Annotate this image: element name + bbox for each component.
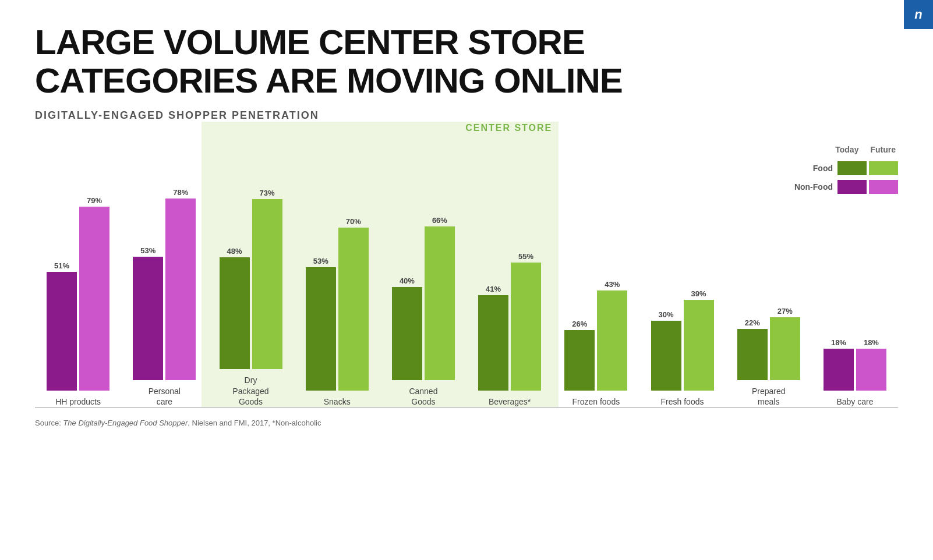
bar-7-1 <box>684 300 714 391</box>
bar-value-label-3-1: 70% <box>346 217 361 226</box>
bar-1-1 <box>165 199 196 380</box>
legend-food-future-swatch <box>869 161 898 175</box>
main-title: LARGE VOLUME CENTER STORECATEGORIES ARE … <box>35 23 898 100</box>
group-label-3: Snacks <box>324 396 351 407</box>
bar-value-label-6-0: 26% <box>572 320 587 328</box>
chart-wrapper: CENTER STORE 51%79%HH products53%78%Pers… <box>35 139 898 427</box>
bar-8-0 <box>737 329 768 380</box>
bar-group-5: 41%55%Beverages* <box>466 252 553 407</box>
subtitle: DIGITALLY-ENGAGED SHOPPER PENETRATION <box>35 109 898 122</box>
bar-value-label-5-0: 41% <box>486 285 501 293</box>
group-label-0: HH products <box>55 396 101 407</box>
bars-0: 51%79% <box>47 196 109 391</box>
legend-food-colors <box>837 161 898 175</box>
bar-wrap-7-1: 39% <box>684 289 714 391</box>
bar-wrap-9-0: 18% <box>824 338 854 391</box>
bar-wrap-6-1: 43% <box>597 280 627 391</box>
legend-header: Today Future <box>782 145 898 154</box>
source-text: Source: The Digitally-Engaged Food Shopp… <box>35 419 898 427</box>
bars-4: 40%66% <box>392 216 455 380</box>
bars-1: 53%78% <box>133 188 196 380</box>
bar-value-label-9-1: 18% <box>864 338 879 347</box>
bar-7-0 <box>651 321 681 391</box>
bar-value-label-8-1: 27% <box>778 307 793 316</box>
group-label-1: Personal care <box>149 386 181 407</box>
group-label-5: Beverages* <box>489 396 531 407</box>
bar-9-0 <box>824 349 854 391</box>
bar-group-6: 26%43%Frozen foods <box>553 280 639 407</box>
bar-value-label-6-1: 43% <box>605 280 620 289</box>
bar-wrap-9-1: 18% <box>856 338 886 391</box>
legend-today-label: Today <box>835 145 858 154</box>
bar-0-0 <box>47 272 77 391</box>
bar-6-1 <box>597 290 627 391</box>
bar-value-label-7-0: 30% <box>659 310 674 319</box>
bar-wrap-5-1: 55% <box>511 252 541 391</box>
group-label-9: Baby care <box>836 396 873 407</box>
bar-group-9: 18%18%Baby care <box>812 338 898 407</box>
bar-wrap-0-1: 79% <box>79 196 109 391</box>
bar-value-label-0-0: 51% <box>54 261 69 270</box>
bars-5: 41%55% <box>478 252 541 391</box>
bars-9: 18%18% <box>824 338 886 391</box>
bar-value-label-5-1: 55% <box>518 252 533 261</box>
legend-food-label: Food <box>792 164 833 173</box>
legend-box: Today Future Food Non-Food <box>782 145 898 194</box>
legend-food-today-swatch <box>837 161 867 175</box>
bar-wrap-1-0: 53% <box>133 246 163 380</box>
bar-value-label-2-1: 73% <box>259 189 274 197</box>
group-label-4: Canned Goods <box>409 386 437 407</box>
bar-wrap-8-1: 27% <box>770 307 800 380</box>
bars-3: 53%70% <box>306 217 369 391</box>
bar-group-7: 30%39%Fresh foods <box>639 289 725 407</box>
bar-6-0 <box>564 330 595 391</box>
group-label-8: Prepared meals <box>752 386 786 407</box>
page-container: n LARGE VOLUME CENTER STORECATEGORIES AR… <box>0 0 933 445</box>
bar-group-1: 53%78%Personal care <box>121 188 207 407</box>
bar-3-1 <box>338 228 369 391</box>
bar-wrap-2-0: 48% <box>220 247 250 369</box>
bar-value-label-8-0: 22% <box>745 318 760 327</box>
bars-7: 30%39% <box>651 289 714 391</box>
bar-4-0 <box>392 287 422 380</box>
groups-container: 51%79%HH products53%78%Personal care48%7… <box>35 188 898 407</box>
bar-wrap-8-0: 22% <box>737 318 768 380</box>
bar-value-label-2-0: 48% <box>227 247 242 256</box>
bar-value-label-7-1: 39% <box>691 289 706 298</box>
bar-group-8: 22%27%Prepared meals <box>726 307 812 407</box>
bar-wrap-4-0: 40% <box>392 277 422 380</box>
legend-future-label: Future <box>870 145 896 154</box>
bars-6: 26%43% <box>564 280 627 391</box>
bars-2: 48%73% <box>220 189 282 369</box>
bar-5-1 <box>511 263 541 391</box>
nielsen-logo: n <box>904 0 933 29</box>
bar-wrap-2-1: 73% <box>252 189 282 369</box>
bar-value-label-3-0: 53% <box>313 257 328 265</box>
bar-wrap-1-1: 78% <box>165 188 196 380</box>
bar-value-label-9-0: 18% <box>831 338 846 347</box>
bar-8-1 <box>770 317 800 380</box>
bar-9-1 <box>856 349 886 391</box>
bar-value-label-1-0: 53% <box>140 246 156 255</box>
bar-wrap-0-0: 51% <box>47 261 77 391</box>
chart-body: CENTER STORE 51%79%HH products53%78%Pers… <box>35 139 898 407</box>
group-label-2: Dry Packaged Goods <box>232 375 268 407</box>
bar-0-1 <box>79 207 109 391</box>
bar-value-label-4-0: 40% <box>400 277 415 285</box>
legend-food-item: Food <box>782 161 898 175</box>
bars-8: 22%27% <box>737 307 800 380</box>
bar-wrap-7-0: 30% <box>651 310 681 391</box>
bar-wrap-3-1: 70% <box>338 217 369 391</box>
bar-wrap-4-1: 66% <box>425 216 455 380</box>
bar-wrap-6-0: 26% <box>564 320 595 391</box>
bar-group-4: 40%66%Canned Goods <box>380 216 466 407</box>
bar-1-0 <box>133 257 163 380</box>
bar-2-1 <box>252 199 282 369</box>
bar-value-label-4-1: 66% <box>432 216 447 225</box>
bar-2-0 <box>220 257 250 369</box>
bar-5-0 <box>478 295 508 391</box>
bar-4-1 <box>425 226 455 380</box>
group-label-7: Fresh foods <box>661 396 704 407</box>
group-label-6: Frozen foods <box>572 396 620 407</box>
bar-value-label-1-1: 78% <box>173 188 188 197</box>
